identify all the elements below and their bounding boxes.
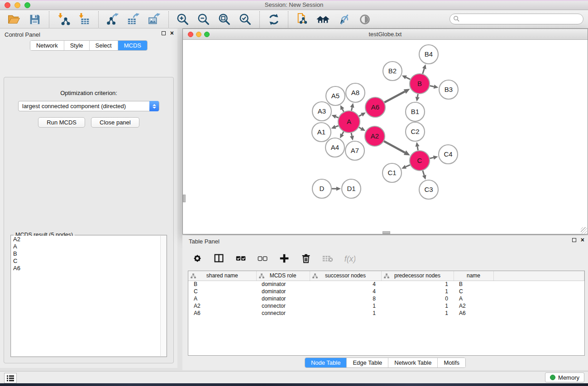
edge-B-B4[interactable] — [423, 69, 425, 74]
criterion-select[interactable]: largest connected component (directed) — [18, 101, 159, 111]
export-table-button[interactable] — [126, 12, 141, 27]
zoom-out-button[interactable] — [196, 12, 211, 27]
refresh-view-button[interactable] — [266, 12, 282, 27]
network-from-file-icon — [296, 13, 309, 26]
edge-arrow-B-B3 — [434, 85, 439, 89]
export-network-button[interactable] — [105, 12, 120, 27]
float-panel-icon[interactable] — [162, 31, 166, 35]
import-network-button[interactable] — [56, 12, 71, 27]
zoom-in-button[interactable] — [175, 12, 191, 27]
network-window-titlebar[interactable]: testGlobe.txt — [183, 29, 588, 40]
column-header-successor-nodes[interactable]: successor nodes — [310, 271, 381, 281]
table-row-B[interactable]: Bdominator41B — [188, 281, 584, 288]
node-label-A3: A3 — [318, 107, 326, 115]
table-row-A2[interactable]: A2connector11A2 — [188, 302, 584, 310]
close-panel-button[interactable]: Close panel — [91, 117, 139, 128]
hide-annotations-button[interactable] — [336, 12, 352, 27]
table-toolbar: f(x) — [187, 249, 585, 268]
show-panels-button[interactable] — [4, 373, 17, 383]
tab-select[interactable]: Select — [90, 41, 118, 50]
open-session-button[interactable] — [6, 12, 22, 27]
node-table: shared name MCDS role successor nodes pr… — [188, 271, 585, 356]
home-view-button[interactable] — [316, 12, 331, 27]
edge-A-A8[interactable] — [351, 107, 352, 110]
save-session-button[interactable] — [27, 12, 43, 27]
mcds-result-list[interactable]: A2ABCA6 — [11, 236, 166, 356]
edge-A-A6[interactable] — [359, 114, 362, 116]
table-panel-title: Table Panel — [189, 238, 220, 245]
result-list-item[interactable]: B — [11, 250, 166, 257]
tab-node-table[interactable]: Node Table — [305, 358, 347, 367]
edge-C-C2[interactable] — [417, 147, 418, 151]
memory-button[interactable]: Memory — [545, 372, 584, 382]
edge-A-A1[interactable] — [335, 126, 339, 127]
edge-arrow-A-A1 — [331, 125, 336, 129]
network-vertical-scrollbar[interactable] — [183, 195, 186, 202]
network-horizontal-scrollbar[interactable] — [382, 231, 390, 234]
result-scrollbar[interactable] — [160, 236, 166, 356]
table-row-A[interactable]: Adominator80A — [188, 295, 584, 302]
tab-style[interactable]: Style — [64, 41, 90, 50]
edge-B-B1[interactable] — [417, 94, 418, 97]
edge-A-A4[interactable] — [342, 132, 344, 134]
create-column-button[interactable] — [277, 252, 291, 265]
edge-B-B3[interactable] — [430, 86, 434, 87]
run-mcds-button[interactable]: Run MCDS — [38, 117, 85, 128]
delete-columns-button[interactable] — [299, 252, 313, 265]
close-panel-icon[interactable]: × — [170, 31, 174, 36]
select-all-rows-button[interactable] — [234, 252, 248, 265]
refresh-view-icon — [267, 13, 281, 26]
network-from-file-button[interactable] — [295, 12, 310, 27]
export-image-button[interactable] — [147, 12, 162, 27]
window-title: Session: New Session — [0, 1, 588, 8]
edge-A-A7[interactable] — [351, 133, 352, 136]
node-label-A5: A5 — [331, 92, 339, 100]
result-list-item[interactable]: A2 — [11, 236, 166, 243]
result-list-item[interactable]: C — [11, 257, 166, 265]
home-view-icon — [316, 13, 330, 26]
column-header-MCDS-role[interactable]: MCDS role — [256, 271, 310, 281]
result-list-item[interactable]: A — [11, 243, 166, 250]
column-header-shared-name[interactable]: shared name — [188, 271, 256, 281]
result-list-item[interactable]: A6 — [11, 265, 166, 272]
tab-mcds[interactable]: MCDS — [118, 41, 147, 50]
network-canvas[interactable]: B4B2BB3A8A5A6A3B1AA1C2A2A4A7C4CC1DD1C3 — [183, 40, 588, 234]
float-table-panel-icon[interactable] — [572, 238, 576, 242]
close-table-panel-icon[interactable]: × — [581, 238, 584, 243]
edge-A-A2[interactable] — [359, 127, 362, 129]
edge-C-C1[interactable] — [406, 165, 410, 167]
edge-arrow-C-C4 — [433, 156, 438, 160]
import-table-button[interactable] — [76, 12, 92, 27]
table-row-A6[interactable]: A6connector11A6 — [188, 310, 584, 317]
edge-C-C3[interactable] — [423, 171, 424, 176]
column-header-name[interactable]: name — [454, 271, 493, 281]
search-input[interactable] — [449, 14, 583, 24]
delete-table-icon — [322, 253, 334, 264]
tab-edge-table[interactable]: Edge Table — [347, 358, 388, 367]
hide-annotations-icon — [337, 13, 351, 26]
zoom-fit-button[interactable] — [217, 12, 232, 27]
tab-motifs[interactable]: Motifs — [438, 358, 465, 367]
delete-columns-icon — [300, 253, 312, 264]
zoom-out-icon — [197, 13, 210, 26]
node-label-A2: A2 — [371, 132, 379, 140]
node-label-C4: C4 — [444, 150, 452, 158]
show-graphics-details-button[interactable] — [357, 12, 373, 27]
show-hide-columns-button[interactable] — [212, 252, 226, 265]
tab-network-table[interactable]: Network Table — [388, 358, 438, 367]
column-header-predecessor-nodes[interactable]: predecessor nodes — [381, 271, 454, 281]
table-options-gear-button[interactable] — [191, 252, 204, 265]
window-resize-grip[interactable] — [581, 227, 587, 234]
edge-A-A3[interactable] — [336, 117, 339, 118]
network-graph[interactable]: B4B2BB3A8A5A6A3B1AA1C2A2A4A7C4CC1DD1C3 — [183, 40, 588, 234]
edge-arrow-A-A7 — [350, 136, 354, 141]
zoom-selected-button[interactable] — [238, 12, 253, 27]
tab-network[interactable]: Network — [30, 41, 64, 50]
edge-A6-B[interactable] — [384, 91, 405, 102]
edge-A2-C[interactable] — [384, 141, 405, 152]
edge-A-A5[interactable] — [342, 109, 344, 112]
edge-B-B2[interactable] — [406, 77, 410, 79]
table-row-C[interactable]: Cdominator41C — [188, 288, 584, 295]
edge-C-C4[interactable] — [430, 157, 433, 158]
deselect-all-rows-button[interactable] — [256, 252, 269, 265]
